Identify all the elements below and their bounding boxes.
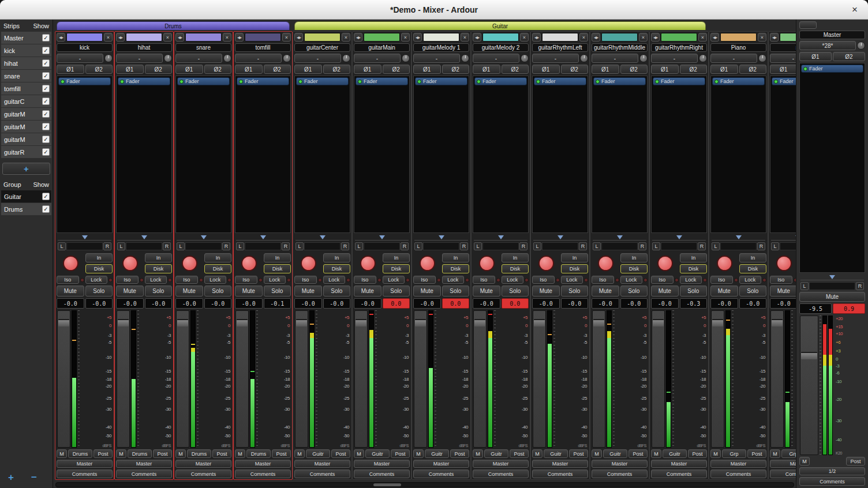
record-arm-button[interactable] — [241, 256, 257, 271]
record-arm-button[interactable] — [717, 256, 732, 271]
processor-box[interactable]: Fader — [413, 76, 469, 233]
pan-control[interactable] — [474, 235, 527, 241]
channel-fader[interactable] — [235, 310, 249, 448]
sidebar-row-checkbox[interactable]: ✓ — [42, 136, 50, 143]
solo-button[interactable]: Solo — [680, 286, 708, 296]
mute-button[interactable]: Mute — [57, 286, 84, 296]
phase-invert-2-button[interactable]: Ø2 — [620, 65, 648, 74]
input-button[interactable]: - — [592, 54, 638, 63]
phase-invert-1-button[interactable]: Ø1 — [354, 65, 381, 74]
monitor-input-button[interactable]: In — [264, 253, 291, 262]
fader-processor-button[interactable]: Fader — [653, 77, 705, 85]
output-button[interactable]: Master — [294, 460, 350, 468]
strip-name-button[interactable]: guitarRhythmLeft — [532, 43, 588, 52]
strip-hide-button[interactable]: × — [698, 33, 707, 42]
phase-invert-1-button[interactable]: Ø1 — [116, 65, 144, 74]
pan-width-control[interactable] — [482, 242, 519, 250]
fader-processor-button[interactable]: Fader — [237, 77, 289, 85]
group-button[interactable]: Drums — [246, 449, 271, 458]
trim-knob[interactable] — [223, 54, 231, 62]
pan-width-control[interactable] — [126, 242, 162, 250]
output-button[interactable]: Master — [235, 460, 291, 468]
pan-control[interactable] — [652, 235, 706, 241]
trim-knob[interactable] — [164, 54, 172, 62]
group-button[interactable]: Guitr — [603, 449, 627, 458]
trim-knob[interactable] — [283, 54, 291, 62]
monitor-input-button[interactable]: In — [323, 253, 350, 262]
master-name-button[interactable]: Master — [799, 31, 865, 39]
comments-button[interactable]: Comments — [116, 470, 172, 478]
fader-handle[interactable] — [415, 319, 426, 326]
meter-point-button[interactable]: Post — [450, 449, 469, 458]
mute-button[interactable]: Mute — [473, 286, 500, 296]
master-fader[interactable] — [800, 316, 818, 455]
fader-handle[interactable] — [653, 319, 664, 326]
strip-width-toggle-button[interactable]: ◀▶ — [116, 33, 125, 42]
metering-button[interactable]: M — [57, 449, 67, 458]
strip-color-swatch[interactable] — [245, 33, 281, 42]
strip-color-swatch[interactable] — [720, 33, 757, 42]
phase-invert-2-button[interactable]: Ø2 — [561, 65, 589, 74]
peak-display[interactable]: -0.0 — [145, 298, 173, 309]
group-button[interactable]: Guitr — [306, 449, 330, 458]
strip-width-toggle-button[interactable]: ◀▶ — [57, 33, 65, 42]
phase-invert-2-button[interactable]: Ø2 — [145, 65, 173, 74]
master-pan-position-marker[interactable] — [829, 275, 835, 279]
pan-control[interactable] — [771, 235, 796, 241]
peak-display[interactable]: 0.0 — [502, 298, 529, 309]
strip-color-swatch[interactable] — [423, 33, 459, 42]
input-button[interactable]: - — [770, 54, 796, 63]
monitor-input-button[interactable]: In — [680, 253, 707, 262]
peak-display[interactable]: -0.3 — [680, 298, 708, 309]
output-button[interactable]: Master — [592, 460, 648, 468]
peak-display[interactable]: 0.0 — [383, 298, 410, 309]
master-comments-button[interactable]: Comments — [799, 477, 865, 486]
channel-fader[interactable] — [592, 310, 605, 448]
meter-point-button[interactable]: Post — [93, 449, 113, 458]
peak-display[interactable]: 0.0 — [442, 298, 470, 309]
master-meter-point-button[interactable]: Post — [846, 457, 865, 466]
gain-display[interactable]: -0.0 — [116, 298, 144, 309]
monitor-disk-button[interactable]: Disk — [442, 264, 469, 273]
meter-point-button[interactable]: Post — [391, 449, 410, 458]
mute-button[interactable]: Mute — [710, 286, 738, 296]
pan-width-control[interactable] — [364, 242, 400, 250]
strip-name-button[interactable]: hihat — [116, 43, 172, 52]
solo-isolate-button[interactable]: Iso — [473, 276, 495, 284]
pan-width-control[interactable] — [780, 242, 796, 250]
strip-name-button[interactable]: guitarMain — [354, 43, 410, 52]
mute-button[interactable]: Mute — [651, 286, 679, 296]
sidebar-strip-row-guitarc[interactable]: guitarC ✓ — [1, 95, 51, 107]
solo-button[interactable]: Solo — [383, 286, 410, 296]
phase-invert-1-button[interactable]: Ø1 — [473, 65, 500, 74]
solo-lock-button[interactable]: Lock — [264, 276, 286, 284]
group-button[interactable]: Grp — [722, 449, 746, 458]
sidebar-row-checkbox[interactable]: ✓ — [42, 47, 50, 54]
sidebar-strip-row-kick[interactable]: kick ✓ — [1, 44, 51, 57]
phase-invert-1-button[interactable]: Ø1 — [235, 65, 263, 74]
strip-name-button[interactable]: guitarRhythmRight — [651, 43, 707, 52]
sidebar-row-checkbox[interactable]: ✓ — [42, 123, 50, 130]
pan-width-control[interactable] — [245, 242, 281, 250]
peak-display[interactable]: -0.0 — [561, 298, 589, 309]
pan-position-marker[interactable] — [141, 235, 147, 239]
channel-fader[interactable] — [533, 310, 546, 448]
phase-invert-2-button[interactable]: Ø2 — [502, 65, 529, 74]
comments-button[interactable]: Comments — [710, 470, 766, 478]
pan-width-control[interactable] — [720, 242, 757, 250]
pan-width-control[interactable] — [661, 242, 697, 250]
output-button[interactable]: Master — [770, 460, 796, 468]
output-button[interactable]: Master — [354, 460, 410, 468]
fader-processor-button[interactable]: Fader — [296, 77, 349, 85]
master-pan-control[interactable] — [800, 275, 864, 280]
trim-knob[interactable] — [699, 54, 707, 62]
channel-fader[interactable] — [295, 310, 308, 448]
mute-button[interactable]: Mute — [235, 286, 263, 296]
pan-position-marker[interactable] — [439, 235, 444, 239]
fader-processor-button[interactable]: Fader — [593, 77, 646, 85]
phase-invert-2-button[interactable]: Ø2 — [383, 65, 410, 74]
monitor-input-button[interactable]: In — [85, 253, 113, 262]
monitor-disk-button[interactable]: Disk — [323, 264, 350, 273]
strip-width-toggle-button[interactable]: ◀▶ — [532, 33, 541, 42]
monitor-input-button[interactable]: In — [204, 253, 231, 262]
